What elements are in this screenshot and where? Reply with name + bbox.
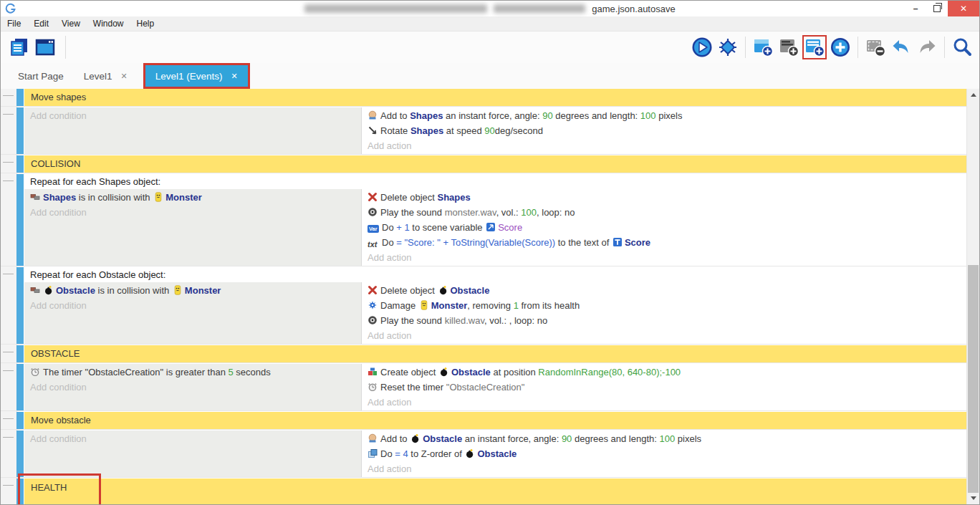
add-action[interactable]: Add action [362,138,966,153]
scroll-down-arrow[interactable] [967,492,979,504]
add-action[interactable]: Add action [362,461,966,476]
menu-item-view[interactable]: View [55,16,87,31]
text-segment: 100 [521,207,537,218]
event-selection-bar[interactable] [16,107,24,154]
comment-row-move-shapes[interactable]: Move shapes [24,89,966,106]
restore-button[interactable] [926,1,948,16]
comment-block: Move shapes [1,89,966,106]
action-line[interactable]: Delete object Obstacle [362,283,966,298]
minimize-button[interactable]: – [905,1,926,16]
action-line[interactable]: Add to Shapes an instant force, angle: 9… [362,108,966,123]
menu-item-file[interactable]: File [1,16,27,31]
undo-icon[interactable] [889,35,913,59]
repeat-for-each-header[interactable]: Repeat for each Obstacle object: [24,267,966,282]
actions-column: Delete object ShapesPlay the sound monst… [362,189,966,266]
actions-column: Delete object ObstacleDamage Monster, re… [362,282,966,344]
add-condition[interactable]: Add condition [24,431,361,446]
action-line[interactable]: Create object Obstacle at position Rando… [362,365,966,380]
toolbar-right [689,35,975,59]
comment-row-collision[interactable]: COLLISION [24,155,966,173]
zorder-icon [368,448,378,458]
action-line[interactable]: Rotate Shapes at speed 90deg/second [362,123,966,138]
text-segment: Monster [431,300,468,311]
event-gutter [1,478,16,504]
add-condition[interactable]: Add condition [24,380,361,395]
add-comment-icon[interactable] [777,35,801,59]
text-segment: degrees and length: [553,110,640,121]
search-icon[interactable] [950,35,974,59]
tab-level1-events[interactable]: Level1 (Events)✕ [145,65,248,87]
add-action[interactable]: Add action [362,250,966,265]
comment-row-obstacle[interactable]: OBSTACLE [24,345,966,362]
action-line[interactable]: Reset the timer "ObstacleCreation" [362,380,966,395]
add-subevent-icon[interactable] [802,35,827,59]
text-segment: is in collision with [95,285,172,296]
action-line[interactable]: Play the sound killed.wav, vol.: , loop:… [362,313,966,328]
event-selection-bar[interactable] [16,412,24,429]
scrollbar-thumb[interactable] [968,265,979,493]
tab-close-icon[interactable]: ✕ [121,72,128,81]
damage-gear-icon [368,300,378,310]
action-line[interactable]: Damage Monster, removing 1 from its heal… [362,298,966,313]
tab-level1[interactable]: Level1✕ [74,63,138,89]
event-body: Add conditionAdd to Shapes an instant fo… [24,107,966,154]
event-selection-bar[interactable] [16,364,24,410]
text-segment: at position [491,367,539,377]
toolbar-separator [65,36,66,59]
add-other-event-icon[interactable] [828,35,852,59]
conditions-column: Obstacle is in collision with MonsterAdd… [24,282,362,344]
event-selection-bar[interactable] [16,155,24,173]
comment-block: Move obstacle [1,412,966,429]
event-gutter [1,431,16,477]
action-line[interactable]: Delete object Shapes [362,190,966,205]
add-action[interactable]: Add action [362,395,966,410]
text-segment: degrees and length: [572,433,659,444]
add-condition[interactable]: Add condition [24,298,361,313]
scene-variable-icon [486,222,496,232]
action-line[interactable]: txtDo = "Score: " + ToString(Variable(Sc… [362,235,966,250]
menu-item-help[interactable]: Help [130,16,161,31]
close-button[interactable]: ✕ [948,1,979,16]
comment-row-move-obstacle[interactable]: Move obstacle [24,412,966,429]
action-line[interactable]: Do = 4 to Z-order of Obstacle [362,446,966,461]
comment-block: COLLISION [1,155,966,173]
action-line[interactable]: Play the sound monster.wav, vol.: 100, l… [362,205,966,220]
scroll-up-arrow[interactable] [967,89,979,101]
repeat-for-each-header[interactable]: Repeat for each Shapes object: [24,174,966,189]
add-event-icon[interactable] [751,35,775,59]
action-line[interactable]: VarDo + 1 to scene variable Score [362,220,966,235]
action-line[interactable]: Add to Obstacle an instant force, angle:… [362,431,966,446]
add-condition[interactable]: Add condition [24,108,361,123]
event-body: Repeat for each Shapes object:Shapes is … [24,174,966,266]
text-segment: Do [382,222,396,233]
event-selection-bar[interactable] [16,267,24,344]
condition-line[interactable]: Shapes is in collision with Monster [24,190,361,205]
comment-block: OBSTACLE [1,345,966,362]
text-segment: to the text of [555,237,612,248]
event-selection-bar[interactable] [16,345,24,362]
project-manager-icon[interactable] [7,35,32,59]
add-action[interactable]: Add action [362,328,966,343]
text-segment: Play the sound [380,207,445,218]
event-selection-bar[interactable] [16,174,24,266]
comment-row-health[interactable]: HEALTH [24,478,966,504]
debug-icon[interactable] [716,35,740,59]
event-selection-bar[interactable] [16,431,24,477]
text-segment: Obstacle [451,285,490,296]
text-segment: an instant force, angle: [462,433,562,444]
scene-editor-icon[interactable] [33,35,57,59]
monster-icon [419,300,429,310]
menu-item-edit[interactable]: Edit [27,16,55,31]
add-condition[interactable]: Add condition [24,205,361,220]
condition-line[interactable]: The timer "ObstacleCreation" is greater … [24,365,361,380]
redo-icon[interactable] [915,35,939,59]
condition-line[interactable]: Obstacle is in collision with Monster [24,283,361,298]
event-selection-bar[interactable] [16,89,24,106]
menu-item-window[interactable]: Window [87,16,130,31]
create-object-icon [368,367,378,377]
delete-event-icon[interactable] [863,35,888,59]
tab-close-icon[interactable]: ✕ [231,72,238,81]
play-icon[interactable] [690,35,714,59]
vertical-scrollbar[interactable] [966,89,979,504]
tab-start-page[interactable]: Start Page [8,63,74,89]
